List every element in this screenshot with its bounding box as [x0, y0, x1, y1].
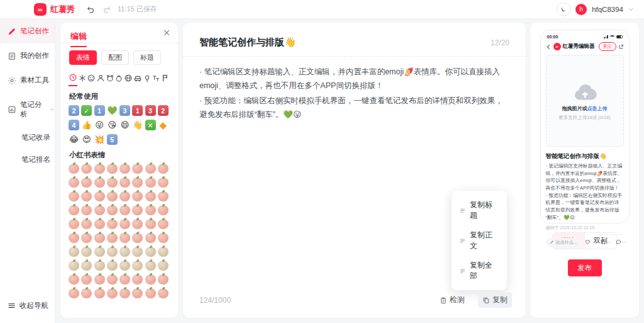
upload-dropzone[interactable]: 拖拽图片或点击上传 最多支持上传18张 (0/18): [546, 55, 624, 147]
food-icon[interactable]: [114, 74, 123, 86]
xhs-sticker[interactable]: [145, 191, 156, 201]
xhs-sticker[interactable]: [107, 275, 118, 285]
xhs-sticker[interactable]: [145, 288, 156, 298]
xhs-sticker[interactable]: [119, 261, 130, 271]
xhs-sticker[interactable]: [107, 288, 118, 298]
subtab-images[interactable]: 配图: [101, 50, 129, 65]
xhs-sticker[interactable]: [94, 178, 105, 188]
emoji-item[interactable]: 😂: [69, 134, 79, 145]
xhs-sticker[interactable]: [119, 164, 130, 174]
xhs-sticker[interactable]: [158, 233, 169, 243]
emoji-item[interactable]: 2: [158, 105, 169, 116]
xhs-sticker[interactable]: [158, 178, 169, 188]
panda-icon[interactable]: [106, 74, 114, 86]
xhs-sticker[interactable]: [81, 219, 92, 229]
sidebar-item-note-analysis[interactable]: 笔记分析: [0, 93, 55, 127]
tab-edit[interactable]: 编辑: [70, 31, 87, 47]
xhs-sticker[interactable]: [69, 164, 79, 174]
copy-button[interactable]: 复制: [478, 292, 512, 308]
xhs-sticker[interactable]: [119, 275, 130, 285]
xhs-sticker[interactable]: [81, 164, 92, 174]
xhs-sticker[interactable]: [145, 164, 156, 174]
xhs-sticker[interactable]: [81, 205, 92, 215]
xhs-sticker[interactable]: [94, 288, 105, 298]
xhs-sticker[interactable]: [107, 233, 118, 243]
car-icon[interactable]: [133, 74, 142, 86]
xhs-sticker[interactable]: [81, 178, 92, 188]
menu-item-copy-title[interactable]: 复制标题: [455, 195, 503, 225]
subtab-titles[interactable]: 标题: [133, 50, 161, 65]
xhs-sticker[interactable]: [69, 191, 79, 201]
xhs-sticker[interactable]: [158, 247, 169, 257]
xhs-sticker[interactable]: [94, 261, 105, 271]
xhs-sticker[interactable]: [107, 261, 118, 271]
xhs-sticker[interactable]: [107, 205, 118, 215]
comment-input[interactable]: 说点什么...: [546, 238, 581, 247]
xhs-sticker[interactable]: [94, 275, 105, 285]
xhs-sticker[interactable]: [132, 275, 143, 285]
upload-link[interactable]: 点击上传: [587, 106, 608, 111]
note-title-input[interactable]: 智能笔记创作与排版👋: [199, 37, 491, 48]
xhs-sticker[interactable]: [119, 205, 130, 215]
xhs-sticker[interactable]: [107, 191, 118, 201]
xhs-sticker[interactable]: [145, 219, 156, 229]
theme-toggle-button[interactable]: [557, 3, 570, 16]
xhs-sticker[interactable]: [132, 205, 143, 215]
emoji-item[interactable]: 👍: [81, 120, 92, 130]
people-icon[interactable]: [96, 74, 105, 86]
menu-item-copy-body[interactable]: 复制正文: [455, 225, 503, 256]
emoji-item[interactable]: 👋: [132, 120, 143, 130]
bulb-icon[interactable]: [143, 74, 152, 86]
comment-action[interactable]: ⋯: [616, 239, 627, 245]
xhs-sticker[interactable]: [145, 178, 156, 188]
xhs-sticker[interactable]: [94, 191, 105, 201]
sidebar-item-my-creations[interactable]: 我的创作: [0, 43, 55, 68]
xhs-sticker[interactable]: [69, 219, 79, 229]
chevron-down-icon[interactable]: [628, 6, 634, 12]
xhs-sticker[interactable]: [132, 219, 143, 229]
flag-icon[interactable]: [161, 74, 170, 86]
xhs-sticker[interactable]: [119, 233, 130, 243]
recent-icon[interactable]: [69, 73, 77, 86]
xhs-sticker[interactable]: [81, 191, 92, 201]
globe-icon[interactable]: [124, 74, 133, 86]
xhs-sticker[interactable]: [69, 178, 79, 188]
xhs-sticker[interactable]: [145, 247, 156, 257]
xhs-sticker[interactable]: [69, 261, 79, 271]
avatar[interactable]: h: [575, 4, 587, 15]
xhs-sticker[interactable]: [132, 178, 143, 188]
emoji-item[interactable]: 1: [132, 105, 143, 116]
emoji-item[interactable]: 2: [69, 105, 79, 116]
xhs-sticker[interactable]: [145, 275, 156, 285]
collapse-nav-button[interactable]: 收起导航: [0, 295, 55, 317]
xhs-sticker[interactable]: [119, 288, 130, 298]
xhs-sticker[interactable]: [132, 261, 143, 271]
emoji-item[interactable]: 😜: [94, 120, 105, 130]
xhs-sticker[interactable]: [81, 275, 92, 285]
xhs-sticker[interactable]: [107, 219, 118, 229]
xhs-sticker[interactable]: [94, 205, 105, 215]
xhs-sticker[interactable]: [145, 233, 156, 243]
xhs-sticker[interactable]: [81, 233, 92, 243]
xhs-sticker[interactable]: [69, 288, 79, 298]
xhs-sticker[interactable]: [132, 164, 143, 174]
emoji-item[interactable]: 😄: [119, 120, 130, 130]
publish-button[interactable]: 发布: [568, 259, 602, 276]
emoji-item[interactable]: 1: [94, 105, 105, 116]
emoji-item[interactable]: ✓: [81, 105, 92, 116]
xhs-sticker[interactable]: [132, 191, 143, 201]
emoji-item[interactable]: ✕: [145, 120, 156, 130]
xhs-sticker[interactable]: [119, 247, 130, 257]
xhs-sticker[interactable]: [158, 191, 169, 201]
subtab-emoji[interactable]: 表情: [69, 50, 97, 65]
xhs-sticker[interactable]: [69, 233, 79, 243]
smiley-icon[interactable]: [87, 74, 96, 86]
xhs-sticker[interactable]: [145, 261, 156, 271]
xhs-sticker[interactable]: [158, 205, 169, 215]
follow-button[interactable]: 关注: [599, 42, 616, 51]
xhs-sticker[interactable]: [158, 288, 169, 298]
xhs-sticker[interactable]: [132, 247, 143, 257]
like-action[interactable]: ⋯: [585, 239, 596, 245]
close-icon[interactable]: [163, 29, 170, 37]
xhs-sticker[interactable]: [69, 247, 79, 257]
